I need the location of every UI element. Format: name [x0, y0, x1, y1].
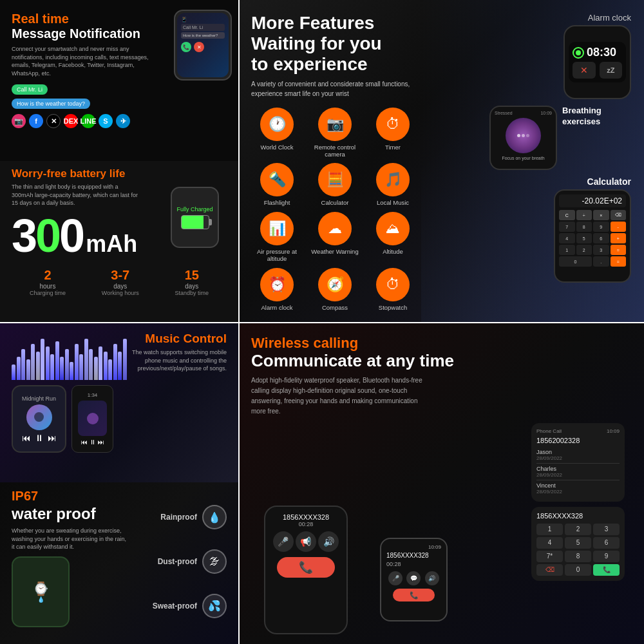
feature-label: Remote control camera	[309, 144, 361, 158]
social-icons-row: 📷 f ✕ DEX LINE S ✈	[12, 114, 227, 128]
calling-desc: Adopt high-fidelity waterproof speaker, …	[251, 375, 425, 417]
contact-card-time: 10:09	[607, 428, 620, 434]
feature-label: Calculator	[321, 199, 349, 206]
battery-desc: The thin and light body is equipped with…	[12, 183, 140, 207]
eq-bar	[108, 359, 112, 380]
battery-watch-mockup: Fully Charged	[171, 187, 219, 248]
kp-1[interactable]: 1	[536, 524, 563, 535]
feature-label: Altitude	[383, 248, 403, 255]
sweatproof-label: Sweat-proof	[153, 601, 197, 611]
feature-label: Local Music	[377, 199, 409, 206]
horizontal-divider-left	[0, 322, 238, 323]
music-section: Music Control The watch supports switchi…	[0, 322, 238, 482]
kp-0[interactable]: 0	[565, 564, 591, 576]
kp-4[interactable]: 4	[536, 537, 563, 549]
contacts-panel: Phone Call 10:09 18562002328 Jason 28/09…	[531, 423, 625, 581]
phone-volume-btn[interactable]: 🔊	[318, 531, 339, 552]
watch-mic-btn[interactable]: 🎤	[388, 571, 402, 585]
watch-end-call-btn[interactable]: 📞	[393, 589, 435, 601]
calc-btn-minus: -	[611, 222, 627, 232]
feature-label: Weather Warning	[311, 248, 358, 255]
kp-9[interactable]: 9	[593, 551, 620, 562]
eq-bar	[50, 354, 54, 380]
feature-item: ⏰ Alarm clock	[251, 268, 303, 311]
skype-icon: S	[99, 114, 113, 128]
music-title: Music Control	[127, 332, 227, 346]
line-icon: LINE	[81, 114, 95, 128]
alarm-clock-section: Alarm clock 08:30	[489, 13, 631, 99]
contact-list: Jason 28/09/2022 Charles 28/09/2022 Vinc…	[536, 447, 620, 497]
feature-item: ⏱ Timer	[367, 108, 419, 158]
standby-time-unit: days	[185, 283, 198, 290]
calc-btn-1: 1	[559, 245, 575, 255]
feature-icon: 🧭	[318, 268, 352, 301]
calc-btn-eq2: =	[611, 256, 627, 267]
rainproof-icon: 💧	[202, 505, 227, 529]
watch-call-box: 10:09 1856XXXX328 00:28 🎤 💬 🔊 📞	[380, 538, 448, 621]
music-device-mockups: Midnight Run ⏮⏸⏭ 1:34	[12, 385, 227, 453]
phone-mic-btn[interactable]: 🎤	[273, 531, 294, 552]
eq-bar	[70, 362, 73, 380]
charging-time-unit: hours	[39, 283, 55, 290]
eq-bar	[21, 349, 25, 380]
kp-del[interactable]: ⌫	[536, 564, 563, 576]
calc-btn-4: 4	[559, 233, 575, 243]
calc-btn-plus: +	[611, 233, 627, 243]
eq-bar	[31, 344, 35, 380]
watch-call-time: 10:09	[386, 544, 441, 550]
feature-label: Air pressure at altitude	[251, 248, 303, 263]
watch-call-number: 1856XXXX328	[386, 552, 441, 559]
charging-time-label: Charging time	[30, 290, 66, 296]
feature-icon: ☁	[318, 212, 352, 245]
watch-msg-btn[interactable]: 💬	[406, 571, 421, 585]
dex-icon: DEX	[64, 114, 78, 128]
eq-bar	[26, 359, 30, 380]
eq-bar	[55, 341, 59, 380]
eq-bar	[36, 352, 40, 380]
eq-bar	[84, 339, 88, 380]
feature-item: 📊 Air pressure at altitude	[251, 212, 303, 263]
kp-call[interactable]: 📞	[593, 564, 620, 576]
phone-call-duration: 00:28	[272, 521, 340, 527]
twitter-icon: ✕	[46, 114, 61, 128]
breathing-label: Breathing exercises	[562, 106, 601, 128]
communicate-title: Communicate at any time	[251, 352, 631, 370]
keypad-grid[interactable]: 1 2 3 4 5 6 7* 8 9 ⌫ 0 �	[536, 524, 620, 576]
phone-end-call-btn[interactable]: 📞	[277, 557, 335, 578]
working-hours-unit: days	[113, 283, 127, 290]
working-hours-value: 3-7	[111, 268, 129, 283]
breathing-section: Stressed 10:09	[489, 106, 631, 170]
calc-btn-del: ⌫	[611, 210, 627, 220]
feature-icon: 🔦	[260, 163, 294, 196]
breathing-circle	[506, 118, 541, 153]
watch-vol-btn[interactable]: 🔊	[425, 571, 439, 585]
contacts-list-card: Phone Call 10:09 18562002328 Jason 28/09…	[531, 423, 625, 502]
feature-item: 🕐 World Clock	[251, 108, 303, 158]
kp-7[interactable]: 7*	[536, 551, 563, 562]
calc-btn-8: 8	[576, 222, 592, 232]
kp-3[interactable]: 3	[593, 524, 620, 535]
phone-speaker-btn[interactable]: 📢	[296, 531, 316, 552]
calc-btn-7: 7	[559, 222, 575, 232]
calc-btn-div: ÷	[576, 210, 592, 220]
working-hours-label: Working hours	[102, 290, 139, 296]
breathing-watch-mockup: Stressed 10:09	[489, 106, 557, 170]
feature-icon: ⏱	[376, 108, 410, 141]
kp-2[interactable]: 2	[565, 524, 591, 535]
eq-bar	[113, 344, 117, 380]
feature-label: World Clock	[260, 144, 293, 151]
breathing-clock: 10:09	[540, 111, 552, 115]
eq-bar	[94, 357, 98, 380]
kp-8[interactable]: 8	[565, 551, 591, 562]
kp-6[interactable]: 6	[593, 537, 620, 549]
feature-item: 🔦 Flashlight	[251, 163, 303, 206]
watch-call-mockup: 10:09 1856XXXX328 00:28 🎤 💬 🔊 📞	[380, 538, 448, 621]
kp-5[interactable]: 5	[565, 537, 591, 549]
music-watch-mockup: Midnight Run ⏮⏸⏭	[12, 385, 66, 453]
standby-time-label: Standby time	[175, 290, 209, 296]
calc-btn-3: 3	[593, 245, 609, 255]
equalizer	[12, 338, 127, 380]
wireless-calling-orange: Wireless calling	[251, 335, 631, 352]
alarm-time-display: 08:30	[587, 46, 616, 59]
calculator-section: Calculator -20.02E+02 C ÷ × ⌫ 7 8	[489, 176, 631, 283]
